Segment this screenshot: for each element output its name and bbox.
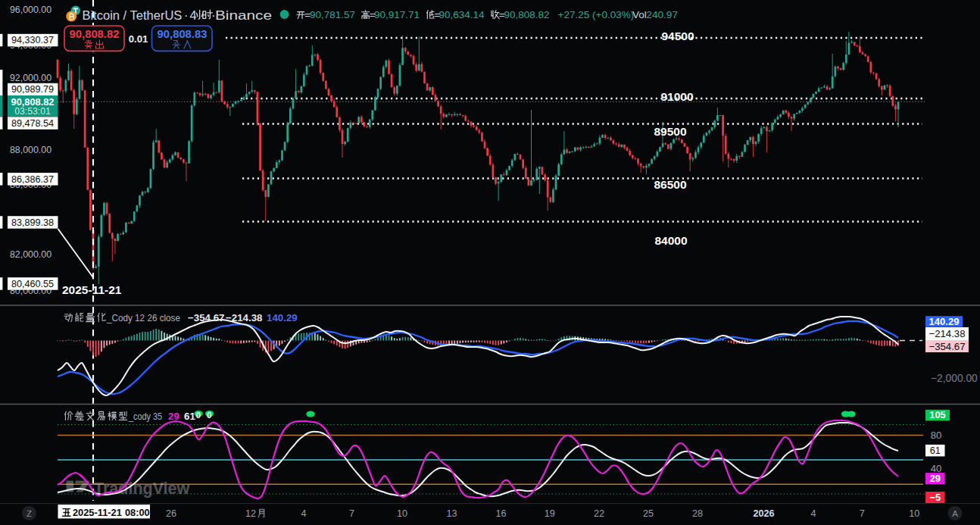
svg-text:28: 28 [692, 508, 703, 519]
svg-text:86500: 86500 [654, 178, 686, 191]
svg-text:80,460.55: 80,460.55 [11, 279, 54, 289]
svg-text:−354.67: −354.67 [188, 312, 224, 323]
svg-text:90,917.71: 90,917.71 [374, 9, 420, 20]
svg-text:12: 12 [245, 508, 256, 519]
svg-text:_Cody 12 26 close: _Cody 12 26 close [106, 312, 180, 323]
svg-text:0: 0 [207, 411, 211, 420]
svg-text:25: 25 [643, 508, 654, 519]
svg-text:88,000.00: 88,000.00 [10, 145, 51, 155]
svg-text:80: 80 [931, 430, 942, 441]
svg-text:92,000.00: 92,000.00 [10, 73, 51, 83]
svg-text:03:53:01: 03:53:01 [14, 106, 51, 117]
svg-text:+27.25 (+0.03%): +27.25 (+0.03%) [558, 9, 635, 20]
svg-text:82,000.00: 82,000.00 [10, 249, 51, 260]
svg-text:29: 29 [930, 473, 941, 484]
svg-text:89,478.54: 89,478.54 [11, 118, 54, 129]
svg-text:90,989.79: 90,989.79 [11, 84, 54, 95]
svg-text:19: 19 [545, 508, 555, 519]
svg-text:2025-11-21: 2025-11-21 [73, 507, 122, 518]
svg-text:−2,000.00: −2,000.00 [931, 373, 978, 384]
svg-text:105: 105 [929, 409, 945, 420]
svg-text:−354.67: −354.67 [929, 341, 965, 352]
svg-text:86,386.37: 86,386.37 [11, 174, 54, 185]
svg-text:16: 16 [495, 508, 506, 519]
svg-text:83,899.38: 83,899.38 [11, 217, 54, 228]
svg-text:90,808.83: 90,808.83 [158, 28, 208, 40]
svg-text:240.97: 240.97 [647, 9, 678, 20]
svg-text:4: 4 [810, 508, 816, 519]
svg-text:140.29: 140.29 [267, 312, 298, 323]
svg-text:·: · [184, 8, 189, 22]
svg-text:7: 7 [349, 508, 354, 519]
svg-text:140.29: 140.29 [929, 316, 960, 327]
svg-text:90,781.57: 90,781.57 [310, 9, 355, 20]
svg-text:10: 10 [397, 508, 407, 519]
svg-text:61: 61 [184, 411, 195, 422]
svg-text:Vol: Vol [632, 9, 647, 20]
svg-text:90,634.14: 90,634.14 [439, 9, 485, 20]
svg-text:94500: 94500 [661, 30, 694, 42]
svg-text:94,330.37: 94,330.37 [11, 35, 54, 45]
svg-text:08:00: 08:00 [125, 507, 150, 518]
svg-text:Bitcoin / TetherUS: Bitcoin / TetherUS [82, 8, 182, 22]
svg-text:Z: Z [27, 509, 32, 518]
svg-text:0.01: 0.01 [129, 33, 148, 45]
svg-text:90,808.82: 90,808.82 [504, 9, 550, 20]
svg-text:7: 7 [860, 508, 865, 519]
svg-text:−5: −5 [929, 492, 941, 503]
svg-text:Binance: Binance [215, 8, 272, 22]
svg-text:−214.38: −214.38 [226, 312, 262, 323]
svg-text:_cody 35: _cody 35 [128, 411, 162, 422]
svg-text:96,000.00: 96,000.00 [10, 5, 51, 15]
svg-text:13: 13 [446, 508, 457, 519]
svg-text:84000: 84000 [654, 234, 687, 247]
svg-text:2025-11-21: 2025-11-21 [62, 283, 122, 296]
svg-text:90,808.82: 90,808.82 [70, 28, 120, 40]
svg-text:61: 61 [930, 445, 941, 456]
svg-text:29: 29 [168, 411, 179, 422]
svg-text:4: 4 [190, 8, 197, 22]
svg-text:0: 0 [196, 411, 201, 420]
svg-text:22: 22 [594, 508, 604, 519]
svg-text:4: 4 [301, 508, 306, 519]
svg-text:91000: 91000 [660, 90, 693, 103]
svg-text:89500: 89500 [654, 125, 686, 138]
svg-text:26: 26 [166, 508, 176, 519]
svg-text:A: A [952, 509, 958, 518]
svg-text:2026: 2026 [753, 508, 774, 519]
svg-text:−214.38: −214.38 [929, 328, 965, 339]
svg-text:10: 10 [909, 508, 919, 519]
